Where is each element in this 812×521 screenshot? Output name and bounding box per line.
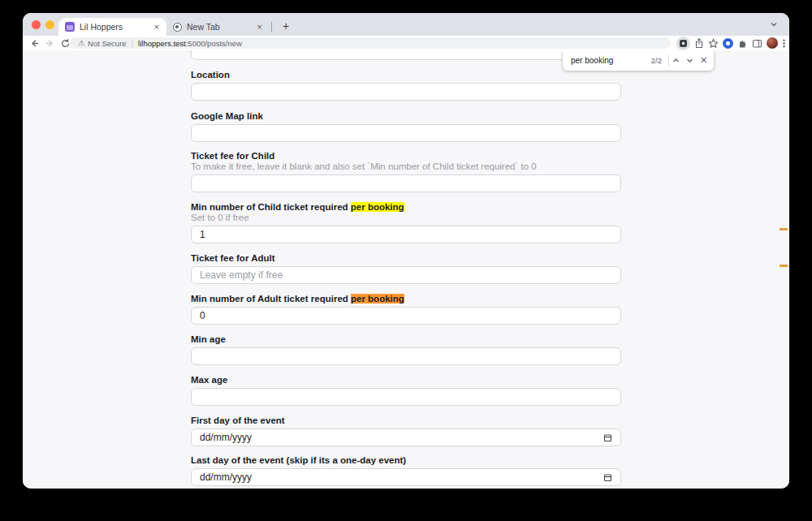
url-host: lilhoppers.test xyxy=(138,39,186,48)
field-label: Min age xyxy=(191,334,226,344)
min-age-input[interactable] xyxy=(191,347,621,365)
field-label: Min number of Adult ticket required per … xyxy=(191,294,404,304)
browser-window: Lil Hoppers × New Tab × + ⚠ Not Secure | xyxy=(23,13,789,489)
tab-close-icon[interactable]: × xyxy=(257,22,263,32)
field-label: Max age xyxy=(191,375,227,385)
not-secure-label: Not Secure xyxy=(88,39,127,48)
calendar-icon[interactable] xyxy=(603,433,612,442)
find-query-input[interactable]: per booking xyxy=(571,56,651,65)
tab-close-icon[interactable]: × xyxy=(153,22,160,32)
location-input[interactable] xyxy=(191,83,621,101)
find-match-marker xyxy=(780,265,788,267)
menu-dots-icon[interactable] xyxy=(782,38,786,49)
find-in-page-bar: per booking 2/2 ✕ xyxy=(563,50,714,71)
page-content: per booking 2/2 ✕ Location Google Map li… xyxy=(23,50,789,489)
field-label: Min number of Child ticket required per … xyxy=(191,202,404,212)
lil-hoppers-favicon-icon xyxy=(65,22,75,32)
find-match-marker xyxy=(780,228,788,230)
field-label: Ticket fee for Child xyxy=(191,151,274,161)
form: Location Google Map link Ticket fee for … xyxy=(191,50,621,489)
find-next-chevron-down-icon[interactable] xyxy=(683,56,697,65)
tab-title: New Tab xyxy=(187,22,257,32)
field-helper-text: Set to 0 if free xyxy=(191,213,249,222)
tab-divider xyxy=(271,22,272,32)
calendar-icon[interactable] xyxy=(603,473,612,482)
google-map-link-input[interactable] xyxy=(191,124,621,142)
find-close-icon[interactable]: ✕ xyxy=(697,55,710,66)
profile-avatar[interactable] xyxy=(767,37,778,49)
field-label: Google Map link xyxy=(191,111,263,121)
side-panel-icon[interactable] xyxy=(752,38,762,49)
field-helper-text: To make it free, leave it blank and also… xyxy=(191,161,537,171)
tab-new-tab[interactable]: New Tab × xyxy=(166,18,270,36)
clipped-input-top[interactable] xyxy=(191,50,621,60)
tab-search-chevron-icon[interactable] xyxy=(770,20,778,28)
min-adult-tickets-input[interactable] xyxy=(191,307,621,325)
close-window-button[interactable] xyxy=(32,20,41,29)
tab-title: Lil Hoppers xyxy=(80,22,153,32)
last-day-date-input[interactable]: dd/mm/yyyy xyxy=(191,468,621,486)
minimize-window-button[interactable] xyxy=(45,20,54,29)
field-label: Location xyxy=(191,70,230,80)
not-secure-warning-icon: ⚠ xyxy=(78,39,84,47)
url-separator: | xyxy=(132,39,133,48)
field-label: Last day of the event (skip if its a one… xyxy=(191,455,406,465)
new-tab-button[interactable]: + xyxy=(277,18,295,36)
browser-toolbar: ⚠ Not Secure | lilhoppers.test :5000/pos… xyxy=(23,36,789,50)
bookmark-star-icon[interactable] xyxy=(708,38,719,49)
url-path: :5000/posts/new xyxy=(186,39,242,48)
max-age-input[interactable] xyxy=(191,388,621,406)
extensions-puzzle-icon[interactable] xyxy=(737,38,748,49)
find-match-count: 2/2 xyxy=(651,56,662,65)
min-child-tickets-input[interactable] xyxy=(191,226,621,243)
first-day-date-input[interactable]: dd/mm/yyyy xyxy=(191,428,621,446)
date-placeholder: dd/mm/yyyy xyxy=(200,432,252,443)
find-highlight-active-orange: per booking xyxy=(351,294,404,304)
adult-ticket-fee-input[interactable] xyxy=(191,266,621,284)
tab-strip: Lil Hoppers × New Tab × + xyxy=(23,13,789,36)
address-bar[interactable]: ⚠ Not Secure | lilhoppers.test :5000/pos… xyxy=(70,37,671,49)
forward-icon[interactable] xyxy=(45,38,55,49)
active-extension-icon[interactable] xyxy=(676,37,690,50)
new-tab-favicon-icon xyxy=(173,23,182,32)
back-icon[interactable] xyxy=(29,38,40,49)
share-icon[interactable] xyxy=(694,38,704,49)
child-ticket-fee-input[interactable] xyxy=(191,174,621,192)
field-label: First day of the event xyxy=(191,416,285,425)
date-placeholder: dd/mm/yyyy xyxy=(200,471,252,483)
toolbar-actions xyxy=(676,36,786,50)
find-highlight-yellow: per booking xyxy=(351,202,404,212)
field-label: Ticket fee for Adult xyxy=(191,253,275,263)
find-previous-chevron-up-icon[interactable] xyxy=(669,56,683,65)
tab-lil-hoppers[interactable]: Lil Hoppers × xyxy=(58,18,166,36)
password-extension-icon[interactable] xyxy=(723,38,733,49)
